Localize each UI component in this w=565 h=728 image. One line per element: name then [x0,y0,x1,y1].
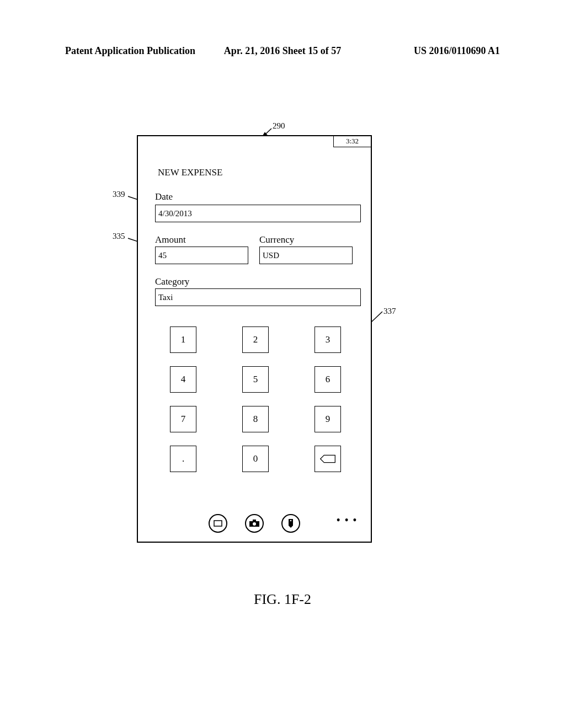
key-5[interactable]: 5 [242,366,269,393]
backspace-icon [319,454,336,464]
callout-339: 339 [113,190,125,199]
amount-value: 45 [158,251,167,260]
key-dot[interactable]: . [170,446,196,472]
key-4[interactable]: 4 [170,366,196,393]
callout-290: 290 [273,121,285,131]
header-left: Patent Application Publication [65,45,195,57]
device-wrap: 3:32 NEW EXPENSE Date 4/30/2013 Amount C… [137,135,372,543]
key-7[interactable]: 7 [170,406,196,432]
status-time: 3:32 [333,136,371,147]
key-1[interactable]: 1 [170,326,196,353]
key-9[interactable]: 9 [315,406,341,432]
key-3[interactable]: 3 [315,326,341,353]
numeric-keypad: 1 2 3 4 5 6 7 8 9 . 0 [170,326,341,485]
header-right: US 2016/0110690 A1 [414,45,500,57]
svg-rect-8 [253,520,256,522]
key-backspace[interactable] [315,446,341,472]
category-value: Taxi [158,293,173,302]
amount-field[interactable]: 45 [155,247,248,264]
date-value: 4/30/2013 [158,209,192,218]
date-field[interactable]: 4/30/2013 [155,205,361,222]
nav-camera-button[interactable] [245,514,264,533]
currency-label: Currency [259,234,294,245]
currency-field[interactable]: USD [259,247,353,264]
callout-337: 337 [383,307,396,316]
callout-335: 335 [113,232,125,241]
key-2[interactable]: 2 [242,326,269,353]
amount-label: Amount [155,234,186,245]
category-field[interactable]: Taxi [155,288,361,306]
tag-icon [287,518,295,528]
page-header: Patent Application Publication Apr. 21, … [0,45,565,57]
svg-point-10 [290,520,292,522]
header-center: Apr. 21, 2016 Sheet 15 of 57 [224,45,341,57]
receipt-icon [213,520,223,527]
device-frame: 3:32 NEW EXPENSE Date 4/30/2013 Amount C… [137,135,372,543]
svg-point-9 [253,522,256,526]
key-8[interactable]: 8 [242,406,269,432]
key-6[interactable]: 6 [315,366,341,393]
figure-label: FIG. 1F-2 [0,591,565,608]
svg-rect-6 [214,521,222,526]
key-0[interactable]: 0 [242,446,269,472]
nav-more-dots[interactable]: • • • [337,515,358,526]
category-label: Category [155,276,189,287]
nav-receipt-button[interactable] [209,514,227,533]
nav-tag-button[interactable] [281,514,300,533]
date-label: Date [155,191,173,202]
currency-value: USD [263,251,279,260]
screen-title: NEW EXPENSE [158,167,222,178]
camera-icon [249,520,260,527]
nav-row [138,514,371,533]
